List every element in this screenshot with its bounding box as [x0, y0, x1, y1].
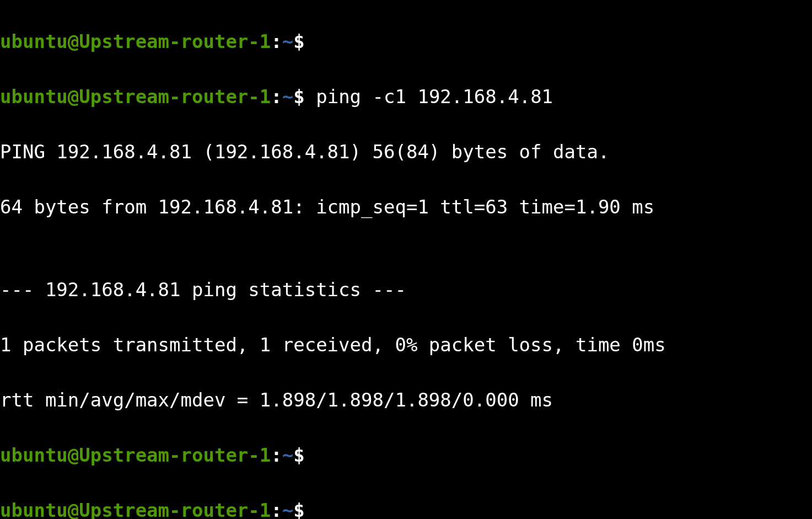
output-line: --- 192.168.4.81 ping statistics ---: [0, 276, 812, 303]
prompt-line: ubuntu@Upstream-router-1:~$: [0, 28, 812, 55]
output-line: rtt min/avg/max/mdev = 1.898/1.898/1.898…: [0, 386, 812, 414]
user-host: ubuntu@Upstream-router-1: [0, 30, 271, 52]
prompt-path: ~: [282, 444, 293, 466]
prompt-path: ~: [282, 85, 293, 108]
prompt-path: ~: [282, 499, 293, 519]
output-line: 1 packets transmitted, 1 received, 0% pa…: [0, 331, 812, 359]
prompt-dollar: $: [293, 85, 304, 108]
user-host: ubuntu@Upstream-router-1: [0, 499, 271, 519]
prompt-line: ubuntu@Upstream-router-1:~$ ping -c1 192…: [0, 83, 812, 110]
user-host: ubuntu@Upstream-router-1: [0, 444, 271, 466]
command-text: ping -c1 192.168.4.81: [305, 85, 553, 108]
prompt-line: ubuntu@Upstream-router-1:~$: [0, 441, 812, 469]
prompt-dollar: $: [293, 499, 304, 519]
prompt-line: ubuntu@Upstream-router-1:~$: [0, 496, 812, 519]
prompt-colon: :: [271, 499, 282, 519]
output-line: 64 bytes from 192.168.4.81: icmp_seq=1 t…: [0, 193, 812, 221]
prompt-dollar: $: [293, 444, 304, 466]
prompt-colon: :: [271, 30, 282, 52]
prompt-path: ~: [282, 30, 293, 52]
prompt-colon: :: [271, 85, 282, 108]
terminal-window[interactable]: ubuntu@Upstream-router-1:~$ ubuntu@Upstr…: [0, 0, 812, 519]
user-host: ubuntu@Upstream-router-1: [0, 85, 271, 108]
output-line: PING 192.168.4.81 (192.168.4.81) 56(84) …: [0, 138, 812, 165]
prompt-dollar: $: [293, 30, 304, 52]
prompt-colon: :: [271, 444, 282, 466]
